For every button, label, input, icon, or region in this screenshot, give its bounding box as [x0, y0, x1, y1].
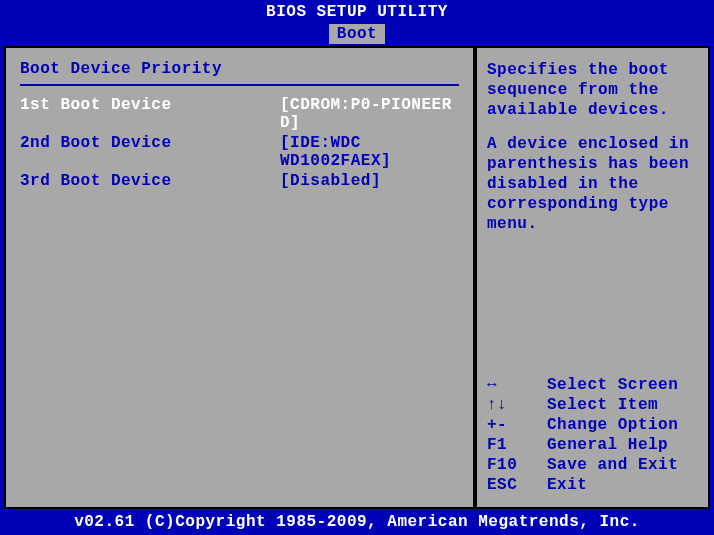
key-glyph: F10 — [487, 455, 547, 475]
key-hint-change-option: +- Change Option — [487, 415, 698, 435]
key-glyph: ↑↓ — [487, 395, 547, 415]
title-bar: BIOS SETUP UTILITY — [0, 0, 714, 24]
help-text-2: A device enclosed in parenthesis has bee… — [487, 134, 698, 234]
key-glyph: ↔ — [487, 375, 547, 395]
bios-screen: BIOS SETUP UTILITY Boot Boot Device Prio… — [0, 0, 714, 535]
left-panel: Boot Device Priority 1st Boot Device [CD… — [4, 46, 475, 509]
section-divider — [20, 84, 459, 86]
section-title: Boot Device Priority — [20, 60, 459, 78]
right-panel: Specifies the boot sequence from the ava… — [475, 46, 710, 509]
boot-device-value: [IDE:WDC WD1002FAEX] — [280, 134, 459, 170]
main-area: Boot Device Priority 1st Boot Device [CD… — [4, 46, 710, 509]
footer-bar: v02.61 (C)Copyright 1985-2009, American … — [0, 509, 714, 535]
tab-label: Boot — [337, 25, 377, 43]
key-glyph: F1 — [487, 435, 547, 455]
tab-boot[interactable]: Boot — [329, 24, 385, 44]
key-hint-select-item: ↑↓ Select Item — [487, 395, 698, 415]
boot-device-label: 1st Boot Device — [20, 96, 280, 132]
boot-device-row-3[interactable]: 3rd Boot Device [Disabled] — [20, 172, 459, 190]
help-text-1: Specifies the boot sequence from the ava… — [487, 60, 698, 120]
key-desc: Select Screen — [547, 375, 678, 395]
key-desc: Select Item — [547, 395, 658, 415]
key-hint-general-help: F1 General Help — [487, 435, 698, 455]
key-desc: Exit — [547, 475, 587, 495]
key-hint-select-screen: ↔ Select Screen — [487, 375, 698, 395]
app-title: BIOS SETUP UTILITY — [266, 3, 448, 21]
key-desc: General Help — [547, 435, 668, 455]
boot-device-row-1[interactable]: 1st Boot Device [CDROM:P0-PIONEER D] — [20, 96, 459, 132]
boot-device-row-2[interactable]: 2nd Boot Device [IDE:WDC WD1002FAEX] — [20, 134, 459, 170]
key-desc: Change Option — [547, 415, 678, 435]
boot-device-label: 2nd Boot Device — [20, 134, 280, 170]
spacer — [487, 248, 698, 375]
key-hint-exit: ESC Exit — [487, 475, 698, 495]
boot-device-value: [Disabled] — [280, 172, 459, 190]
boot-device-label: 3rd Boot Device — [20, 172, 280, 190]
key-desc: Save and Exit — [547, 455, 678, 475]
tab-row: Boot — [0, 24, 714, 46]
key-glyph: +- — [487, 415, 547, 435]
footer-text: v02.61 (C)Copyright 1985-2009, American … — [74, 513, 640, 531]
key-hint-save-exit: F10 Save and Exit — [487, 455, 698, 475]
key-glyph: ESC — [487, 475, 547, 495]
boot-device-value: [CDROM:P0-PIONEER D] — [280, 96, 459, 132]
